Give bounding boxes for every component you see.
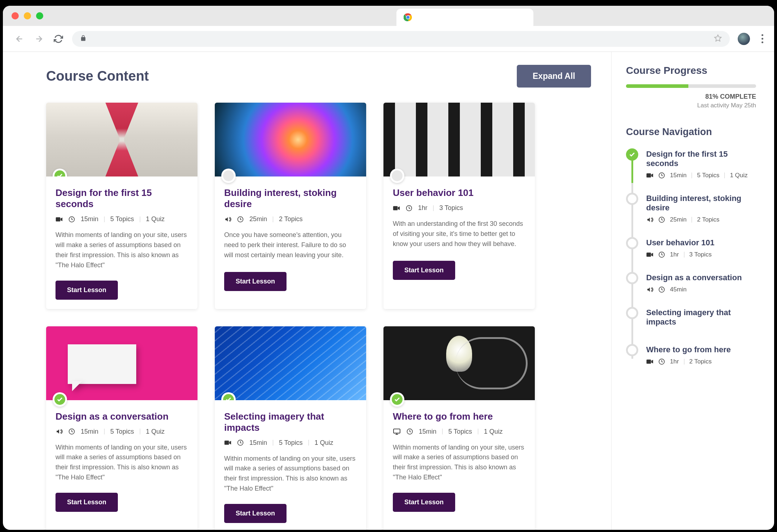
browser-window: Course Content Expand All Design for the… xyxy=(3,6,774,530)
card-thumbnail xyxy=(215,326,366,400)
browser-menu-button[interactable] xyxy=(762,34,763,43)
video-icon xyxy=(393,205,400,211)
card-duration: 1hr xyxy=(418,204,427,212)
nav-item-title: Design as a conversation xyxy=(646,273,756,282)
browser-toolbar xyxy=(3,26,774,52)
card-thumbnail xyxy=(46,326,197,400)
nav-bullet xyxy=(626,307,638,319)
card-meta: 25min2 Topics xyxy=(224,215,357,223)
start-lesson-button[interactable]: Start Lesson xyxy=(393,261,455,280)
card-duration: 15min xyxy=(81,428,98,435)
start-lesson-button[interactable]: Start Lesson xyxy=(224,272,287,291)
status-badge xyxy=(390,169,404,183)
address-bar[interactable] xyxy=(72,31,730,47)
status-badge xyxy=(221,392,236,400)
card-description: Within moments of landing on your site, … xyxy=(56,230,188,271)
card-description: With an understanding of the first 30 se… xyxy=(393,219,525,251)
nav-item[interactable]: Design for the first 15 seconds15min5 To… xyxy=(626,148,756,179)
bookmark-star-icon[interactable] xyxy=(714,34,722,44)
audio-icon xyxy=(646,286,653,293)
card-title: Selecting imagery that impacts xyxy=(224,411,357,433)
close-window-button[interactable] xyxy=(12,12,19,19)
nav-item[interactable]: Building interest, stoking desire25min2 … xyxy=(626,193,756,223)
card-topics: 3 Topics xyxy=(439,204,463,212)
nav-item[interactable]: User behavior 1011hr3 Topics xyxy=(626,237,756,258)
video-icon xyxy=(646,252,653,258)
card-title: Design for the first 15 seconds xyxy=(56,187,188,210)
nav-item-meta: 45min xyxy=(646,286,756,293)
nav-item[interactable]: Selecting imagery that impacts xyxy=(626,307,756,330)
back-button[interactable] xyxy=(14,33,25,45)
svg-rect-12 xyxy=(394,429,400,433)
progress-bar xyxy=(626,84,756,88)
svg-rect-20 xyxy=(647,359,651,364)
video-icon xyxy=(56,216,63,222)
main-column: Course Content Expand All Design for the… xyxy=(3,52,611,530)
nav-item-topics: 2 Topics xyxy=(697,216,719,223)
card-quiz: 1 Quiz xyxy=(146,428,165,435)
progress-title: Course Progress xyxy=(626,65,756,76)
clock-icon xyxy=(407,428,413,435)
card-meta: 15min5 Topics1 Quiz xyxy=(224,439,357,447)
course-card[interactable]: Where to go from here15min5 Topics1 Quiz… xyxy=(383,326,535,530)
status-empty-icon xyxy=(392,170,403,181)
card-quiz: 1 Quiz xyxy=(315,439,333,447)
card-thumbnail xyxy=(383,103,535,176)
start-lesson-button[interactable]: Start Lesson xyxy=(56,281,118,300)
minimize-window-button[interactable] xyxy=(24,12,31,19)
nav-bullet-done xyxy=(626,148,638,161)
video-icon xyxy=(646,173,653,178)
clock-icon xyxy=(658,358,665,365)
maximize-window-button[interactable] xyxy=(36,12,43,19)
card-description: Within moments of landing on your site, … xyxy=(56,443,188,483)
reload-button[interactable] xyxy=(53,33,64,45)
nav-item-body: Where to go from here1hr2 Topics xyxy=(646,344,756,365)
card-title: Where to go from here xyxy=(393,411,525,422)
course-card[interactable]: Design as a conversation15min5 Topics1 Q… xyxy=(46,326,197,530)
nav-item-body: Design for the first 15 seconds15min5 To… xyxy=(646,148,756,179)
expand-all-button[interactable]: Expand All xyxy=(517,65,591,88)
card-description: Once you have someone's attention, you n… xyxy=(224,230,357,262)
card-meta: 15min5 Topics1 Quiz xyxy=(393,428,525,435)
video-icon xyxy=(646,359,653,365)
page-content: Course Content Expand All Design for the… xyxy=(3,52,774,530)
card-topics: 2 Topics xyxy=(279,215,303,223)
card-meta: 1hr3 Topics xyxy=(393,204,525,212)
course-card[interactable]: User behavior 1011hr3 TopicsWith an unde… xyxy=(383,103,535,309)
start-lesson-button[interactable]: Start Lesson xyxy=(393,493,455,512)
nav-item[interactable]: Design as a conversation45min xyxy=(626,272,756,293)
clock-icon xyxy=(658,216,665,223)
clock-icon xyxy=(237,439,244,446)
titlebar xyxy=(3,6,774,26)
course-cards-grid: Design for the first 15 seconds15min5 To… xyxy=(46,103,591,530)
browser-tab-active[interactable] xyxy=(396,9,533,26)
status-empty-icon xyxy=(223,170,234,181)
start-lesson-button[interactable]: Start Lesson xyxy=(56,493,118,512)
svg-rect-17 xyxy=(647,252,651,257)
course-card[interactable]: Design for the first 15 seconds15min5 To… xyxy=(46,103,197,309)
profile-avatar[interactable] xyxy=(738,33,750,45)
nav-item-duration: 1hr xyxy=(670,251,679,258)
check-icon xyxy=(223,394,234,400)
nav-item-body: Selecting imagery that impacts xyxy=(646,307,756,330)
course-card[interactable]: Selecting imagery that impacts15min5 Top… xyxy=(215,326,366,530)
browser-frame: Course Content Expand All Design for the… xyxy=(0,0,777,532)
nav-item-title: Building interest, stoking desire xyxy=(646,194,756,213)
card-title: Building interest, stoking desire xyxy=(224,187,357,210)
card-topics: 5 Topics xyxy=(279,439,303,447)
nav-item-quiz: 1 Quiz xyxy=(730,172,747,179)
card-thumbnail xyxy=(215,103,366,176)
card-body: Design for the first 15 seconds15min5 To… xyxy=(46,176,197,309)
card-title: User behavior 101 xyxy=(393,187,525,198)
course-navigation-title: Course Navigation xyxy=(626,126,756,138)
card-body: Where to go from here15min5 Topics1 Quiz… xyxy=(383,400,535,522)
nav-item-duration: 15min xyxy=(670,172,687,179)
forward-button[interactable] xyxy=(33,33,45,45)
nav-item[interactable]: Where to go from here1hr2 Topics xyxy=(626,344,756,365)
svg-rect-7 xyxy=(393,206,398,210)
nav-item-meta: 1hr2 Topics xyxy=(646,358,756,365)
nav-item-title: Design for the first 15 seconds xyxy=(646,149,756,168)
course-card[interactable]: Building interest, stoking desire25min2 … xyxy=(215,103,366,309)
progress-last-activity: Last activity May 25th xyxy=(626,102,756,109)
start-lesson-button[interactable]: Start Lesson xyxy=(224,504,287,523)
